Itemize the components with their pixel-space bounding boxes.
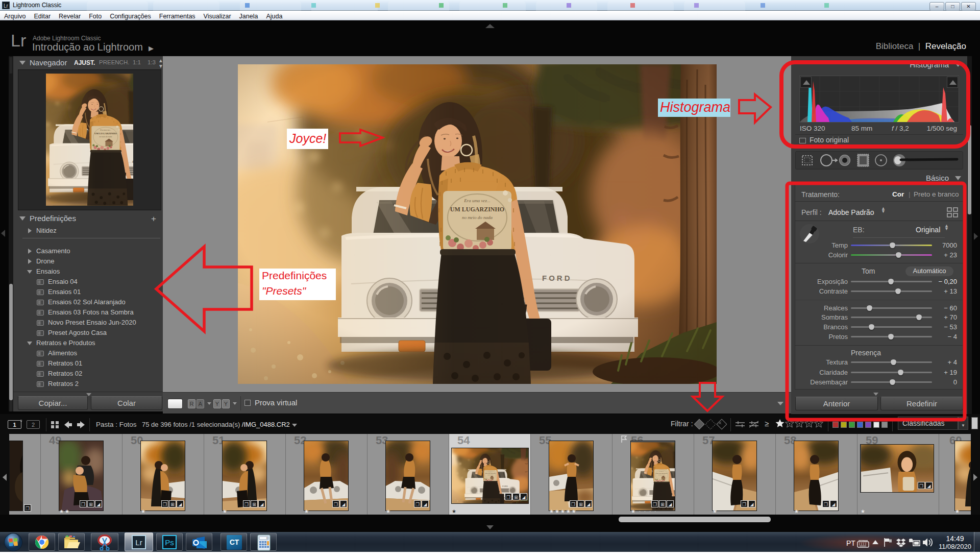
svg-text:0: 0: [266, 537, 268, 540]
